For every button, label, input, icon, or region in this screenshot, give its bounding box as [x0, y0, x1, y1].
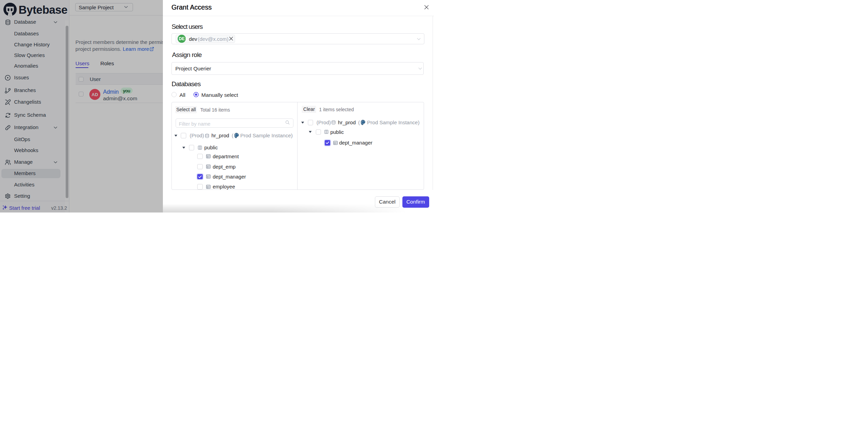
svg-text:DE: DE: [179, 36, 185, 41]
